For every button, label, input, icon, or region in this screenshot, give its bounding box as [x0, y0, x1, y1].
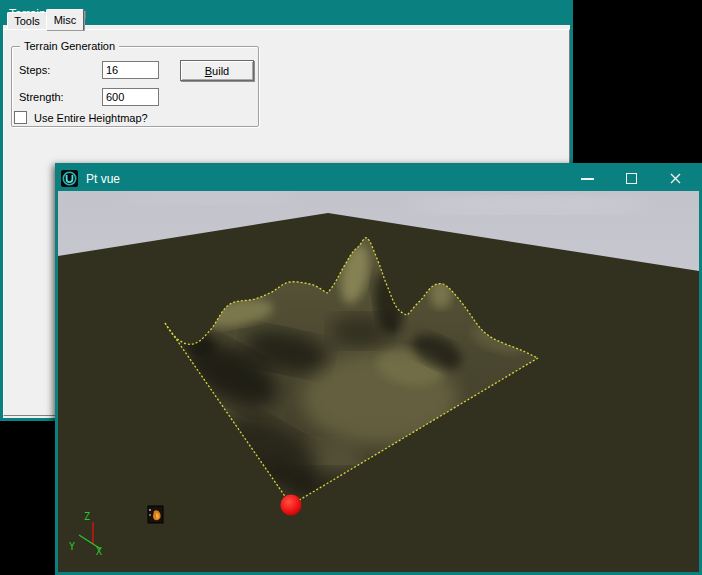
- dialog-title-bar[interactable]: Terrain Editing: [3, 3, 570, 25]
- steps-input[interactable]: [102, 61, 159, 79]
- tab-tools[interactable]: Tools: [7, 12, 47, 29]
- use-entire-heightmap-checkbox[interactable]: [14, 111, 27, 124]
- minimize-button[interactable]: [565, 166, 609, 191]
- axis-y-label: Y: [69, 541, 75, 552]
- strength-input[interactable]: [102, 88, 159, 106]
- build-label-mnemonic: B: [205, 65, 212, 77]
- close-button[interactable]: [653, 166, 697, 191]
- maximize-button[interactable]: [609, 166, 653, 191]
- terrain-generation-groupbox: Terrain Generation Steps: Build Strength…: [11, 46, 259, 127]
- tab-misc[interactable]: Misc: [46, 9, 84, 30]
- axis-z-label: Z: [84, 511, 90, 522]
- strength-label: Strength:: [19, 91, 64, 103]
- build-label-rest: uild: [212, 65, 229, 77]
- pt-vue-window: Pt vue: [55, 163, 702, 575]
- pt-vue-title-bar[interactable]: Pt vue: [58, 166, 699, 191]
- vertex-handle[interactable]: [281, 495, 302, 516]
- build-button[interactable]: Build: [180, 60, 254, 81]
- actor-sprite-icon[interactable]: [148, 506, 163, 523]
- axis-x-label: X: [96, 546, 102, 557]
- close-icon: [669, 172, 682, 185]
- groupbox-title: Terrain Generation: [20, 40, 119, 52]
- tab-tools-label: Tools: [14, 15, 40, 27]
- window-title: Pt vue: [86, 172, 565, 186]
- viewport-3d-canvas[interactable]: Z Y X: [58, 191, 699, 572]
- maximize-icon: [626, 173, 637, 184]
- steps-label: Steps:: [19, 64, 50, 76]
- tab-misc-label: Misc: [54, 14, 77, 26]
- minimize-icon: [581, 178, 594, 180]
- unreal-logo-icon: [61, 170, 78, 187]
- use-entire-heightmap-label: Use Entire Heightmap?: [34, 112, 148, 124]
